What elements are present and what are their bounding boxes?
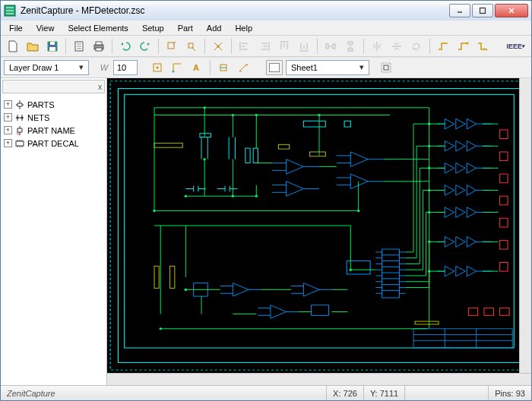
- menu-setup[interactable]: Setup: [137, 22, 169, 34]
- route-a-icon[interactable]: [434, 38, 452, 55]
- save-icon[interactable]: [43, 38, 62, 55]
- doc-icon[interactable]: [70, 38, 88, 55]
- svg-rect-38: [500, 196, 508, 205]
- svg-point-74: [185, 289, 187, 291]
- svg-point-12: [217, 45, 220, 47]
- svg-rect-25: [382, 63, 391, 72]
- svg-rect-10: [168, 43, 174, 49]
- maximize-button[interactable]: [472, 4, 493, 17]
- mirror-v-icon[interactable]: [388, 38, 406, 55]
- svg-rect-59: [344, 121, 350, 127]
- canvas-area: [107, 78, 531, 385]
- svg-rect-45: [154, 143, 182, 147]
- window-controls: [449, 4, 528, 17]
- layer-combo[interactable]: Layer Draw 1 ▾: [4, 60, 89, 75]
- separator: [112, 39, 112, 54]
- window-title: ZenitCapture - MFDetector.zsc: [21, 5, 449, 16]
- menu-part[interactable]: Part: [173, 22, 198, 34]
- minimize-button[interactable]: [449, 4, 470, 17]
- tree-node-partdecal[interactable]: + PART DECAL: [2, 137, 105, 150]
- menu-help[interactable]: Help: [230, 22, 258, 34]
- dist-h-icon[interactable]: [321, 38, 340, 55]
- svg-point-60: [203, 106, 205, 109]
- align-right-icon[interactable]: [255, 38, 274, 55]
- expander-icon[interactable]: +: [4, 100, 12, 109]
- expander-icon[interactable]: +: [4, 139, 12, 147]
- align-left-icon[interactable]: [236, 38, 254, 55]
- width-label: W: [97, 63, 112, 72]
- width-input[interactable]: 10: [113, 60, 138, 75]
- menu-add[interactable]: Add: [201, 22, 227, 34]
- svg-point-65: [255, 195, 258, 197]
- mode-b-icon[interactable]: [168, 59, 186, 76]
- align-top-icon[interactable]: [275, 38, 293, 55]
- tool-e-icon[interactable]: [234, 59, 252, 76]
- partdecal-icon: [14, 138, 25, 149]
- svg-point-27: [17, 116, 19, 118]
- align-bottom-icon[interactable]: [295, 38, 313, 55]
- svg-text:N: N: [17, 131, 20, 136]
- route-c-icon[interactable]: [473, 38, 492, 55]
- menubar: File View Select Elements Setup Part Add…: [1, 21, 531, 36]
- redo-icon[interactable]: [136, 38, 154, 55]
- app-icon: [4, 5, 16, 17]
- mirror-h-icon[interactable]: [368, 38, 386, 55]
- svg-rect-36: [500, 152, 508, 161]
- svg-point-78: [232, 195, 234, 197]
- open-icon[interactable]: [24, 38, 42, 55]
- sheet-action-icon[interactable]: [377, 59, 395, 76]
- svg-point-79: [203, 158, 205, 160]
- svg-rect-5: [49, 47, 55, 51]
- svg-rect-43: [484, 308, 493, 316]
- ieee-icon[interactable]: IEEE▾: [503, 38, 528, 55]
- tree-node-partname[interactable]: + N PART NAME: [2, 124, 105, 137]
- tool-d-icon[interactable]: [214, 59, 233, 76]
- menu-file[interactable]: File: [4, 22, 28, 34]
- svg-rect-44: [500, 308, 509, 316]
- schematic-canvas[interactable]: [107, 78, 531, 373]
- close-button[interactable]: [495, 4, 528, 17]
- svg-rect-26: [384, 65, 388, 70]
- menu-view[interactable]: View: [31, 22, 60, 34]
- separator: [204, 39, 205, 54]
- mode-c-icon[interactable]: A: [188, 59, 206, 76]
- tree-node-parts[interactable]: + PARTS: [2, 98, 105, 111]
- status-pins: Pins: 93: [488, 386, 531, 400]
- svg-point-76: [350, 269, 352, 271]
- svg-point-28: [21, 116, 24, 118]
- svg-rect-8: [96, 42, 102, 45]
- horizontal-scrollbar[interactable]: [107, 373, 531, 385]
- app-window: ZenitCapture - MFDetector.zsc File View …: [0, 0, 532, 401]
- expander-icon[interactable]: +: [4, 126, 12, 134]
- print-icon[interactable]: [90, 38, 108, 55]
- vertical-scrollbar[interactable]: [519, 78, 531, 373]
- zoom-in-icon[interactable]: [163, 38, 181, 55]
- mode-a-icon[interactable]: [148, 59, 166, 76]
- svg-rect-52: [347, 261, 370, 274]
- svg-rect-30: [16, 141, 24, 146]
- svg-rect-34: [413, 329, 512, 348]
- svg-point-17: [467, 42, 469, 44]
- chevron-down-icon: ▾: [356, 62, 367, 72]
- undo-icon[interactable]: [116, 38, 135, 55]
- route-b-icon[interactable]: [454, 38, 472, 55]
- expander-icon[interactable]: +: [4, 113, 12, 122]
- dist-v-icon[interactable]: [341, 38, 359, 55]
- svg-point-68: [428, 145, 430, 147]
- zoom-out-icon[interactable]: [182, 38, 201, 55]
- chevron-down-icon: ▾: [76, 62, 87, 72]
- tree-close-button[interactable]: x: [98, 83, 102, 91]
- tree-node-nets[interactable]: + NETS: [2, 111, 105, 124]
- cursor-icon[interactable]: [209, 38, 227, 55]
- rotate-icon[interactable]: [407, 38, 426, 55]
- svg-rect-47: [310, 152, 326, 156]
- sheet-combo[interactable]: Sheet1 ▾: [286, 60, 369, 75]
- svg-rect-37: [500, 174, 508, 183]
- workspace: x + PARTS + NETS + N PART NAME: [1, 78, 531, 385]
- svg-rect-49: [170, 266, 175, 288]
- svg-rect-48: [154, 266, 159, 288]
- tree-label: PART DECAL: [27, 139, 79, 148]
- menu-select-elements[interactable]: Select Elements: [62, 22, 133, 34]
- nets-icon: [14, 112, 25, 123]
- new-icon[interactable]: [4, 38, 22, 55]
